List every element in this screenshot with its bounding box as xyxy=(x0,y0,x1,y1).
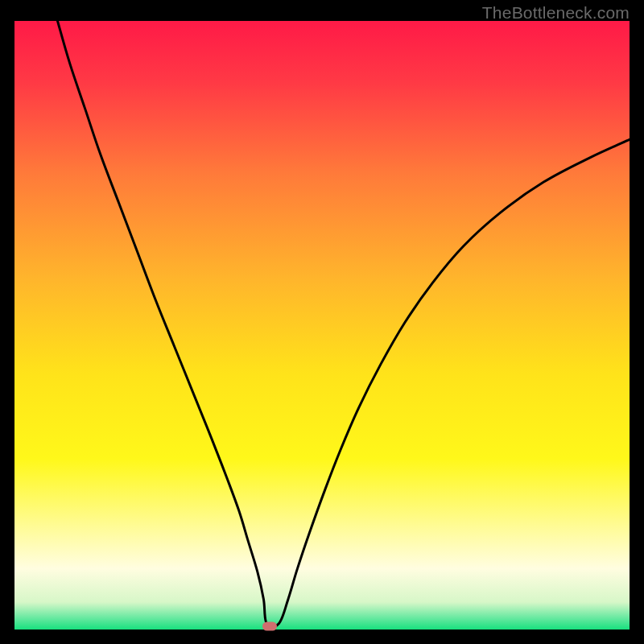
optimal-point-marker xyxy=(262,622,277,631)
chart-frame xyxy=(14,21,630,630)
bottleneck-curve xyxy=(14,21,630,630)
watermark-text: TheBottleneck.com xyxy=(482,3,630,23)
